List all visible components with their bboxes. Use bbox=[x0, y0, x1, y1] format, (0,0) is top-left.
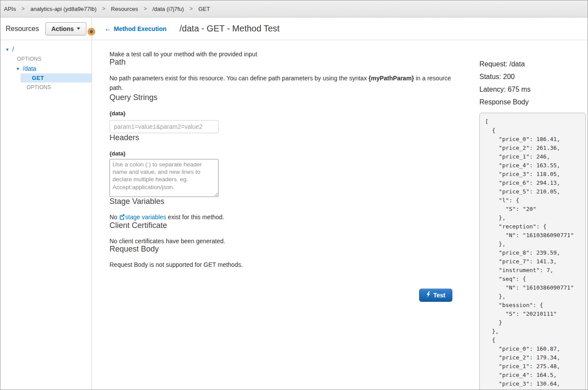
test-results-panel: Request: /data Status: 200 Latency: 675 … bbox=[479, 40, 588, 390]
tree-item-root-options[interactable]: OPTIONS bbox=[0, 54, 92, 64]
headers-textarea[interactable] bbox=[109, 159, 219, 197]
stage-variables-link[interactable]: stage variables bbox=[119, 214, 166, 221]
query-strings-heading: Query Strings bbox=[109, 93, 479, 102]
app-window: APIs > analytics-api (yd8a9e77lb) > Reso… bbox=[0, 0, 588, 390]
result-latency: Latency: 675 ms bbox=[479, 86, 588, 93]
test-button[interactable]: Test bbox=[419, 289, 452, 302]
breadcrumb-apis[interactable]: APIs bbox=[4, 6, 16, 12]
breadcrumb-separator: > bbox=[144, 6, 147, 12]
breadcrumb-resources[interactable]: Resources bbox=[111, 6, 138, 12]
path-description: No path parameters exist for this resour… bbox=[109, 74, 454, 93]
lightning-bolt-icon bbox=[426, 291, 431, 299]
page-title: /data - GET - Method Test bbox=[180, 24, 280, 34]
stage-variables-heading: Stage Variables bbox=[109, 197, 479, 206]
response-body-label: Response Body bbox=[479, 98, 588, 106]
intro-text: Make a test call to your method with the… bbox=[109, 51, 479, 58]
result-status: Status: 200 bbox=[479, 73, 588, 81]
resources-sidebar: Resources Actions ▾ / OPTIONS ▾ /data bbox=[0, 17, 92, 390]
result-request: Request: /data bbox=[479, 60, 588, 68]
external-link-icon bbox=[119, 214, 125, 221]
breadcrumb-data-resource[interactable]: /data (i7j7fu) bbox=[152, 6, 184, 12]
chevron-down-icon bbox=[77, 28, 80, 30]
path-param-syntax: {myPathParam} bbox=[369, 75, 414, 82]
test-form: Make a test call to your method with the… bbox=[92, 40, 479, 390]
client-certificate-text: No client certificates have been generat… bbox=[109, 238, 479, 245]
tree-expand-icon[interactable]: ▾ bbox=[6, 47, 12, 52]
resource-tree: ▾ / OPTIONS ▾ /data GET OPTIONS bbox=[0, 40, 92, 92]
tree-item-data-options[interactable]: OPTIONS bbox=[0, 83, 92, 92]
breadcrumb: APIs > analytics-api (yd8a9e77lb) > Reso… bbox=[0, 0, 588, 17]
breadcrumb-get[interactable]: GET bbox=[198, 6, 210, 12]
headers-heading: Headers bbox=[109, 133, 479, 142]
path-heading: Path bbox=[109, 58, 479, 67]
response-body-box: [ { "price_0": 186.41, "price_2": 261.36… bbox=[479, 113, 586, 390]
stage-variables-text: No stage variables exist for this method… bbox=[109, 214, 479, 221]
query-strings-input[interactable] bbox=[109, 120, 219, 133]
breadcrumb-separator: > bbox=[102, 6, 105, 12]
sidebar-title: Resources bbox=[6, 25, 39, 33]
tree-item-data-get-selected[interactable]: GET bbox=[21, 73, 92, 83]
method-execution-back-link[interactable]: ← Method Execution bbox=[104, 25, 167, 33]
query-strings-field-label: {data} bbox=[109, 110, 479, 117]
actions-button[interactable]: Actions bbox=[45, 22, 86, 35]
headers-field-label: {data} bbox=[109, 150, 479, 157]
response-body-code: [ { "price_0": 186.41, "price_2": 261.36… bbox=[480, 113, 585, 388]
request-body-heading: Request Body bbox=[109, 245, 479, 254]
breadcrumb-separator: > bbox=[21, 6, 24, 12]
tree-item-data[interactable]: ▾ /data bbox=[0, 64, 92, 73]
method-test-header: ← Method Execution /data - GET - Method … bbox=[92, 17, 588, 40]
tree-expand-icon[interactable]: ▾ bbox=[17, 66, 23, 72]
breadcrumb-separator: > bbox=[190, 6, 193, 12]
click-indicator bbox=[88, 28, 95, 35]
client-certificate-heading: Client Certificate bbox=[109, 221, 479, 230]
breadcrumb-api[interactable]: analytics-api (yd8a9e77lb) bbox=[30, 6, 96, 12]
tree-item-root[interactable]: ▾ / bbox=[0, 45, 92, 54]
request-body-text: Request Body is not supported for GET me… bbox=[109, 261, 479, 268]
back-arrow-icon: ← bbox=[104, 25, 111, 33]
